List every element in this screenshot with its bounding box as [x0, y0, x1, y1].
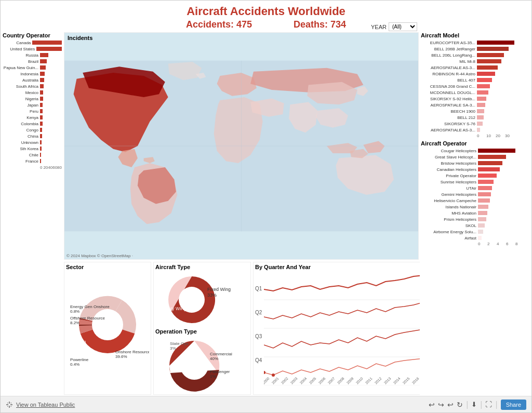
svg-text:40%: 40% [210, 356, 218, 361]
model-bar-row: BEECH 1900 [421, 108, 530, 114]
svg-text:0.4%: 0.4% [70, 362, 79, 367]
model-bar-label: BELL 212 [421, 115, 477, 120]
model-bar-label: AEROSPATIALE AS-3... [421, 65, 477, 70]
operator-bar-fill [478, 211, 487, 215]
fullscreen-button[interactable]: ⛶ [485, 401, 492, 408]
svg-text:2012: 2012 [374, 377, 382, 385]
year-filter[interactable]: YEAR (All) 2000200520102015 [371, 22, 417, 31]
operator-bar-row: SKOL [421, 222, 530, 229]
quarter-year-title: By Quarter And Year [255, 264, 420, 270]
svg-rect-55 [10, 404, 12, 405]
bar-label: Peru [3, 109, 40, 114]
operator-bar-fill [478, 167, 500, 171]
download-button[interactable]: ⬇ [471, 401, 477, 408]
operator-bar-fill [478, 217, 486, 221]
share-button[interactable]: Share [501, 399, 526, 410]
revert-button[interactable]: ↩ [447, 401, 454, 409]
model-bar-row: BELL 212 [421, 114, 530, 121]
bar-fill [40, 128, 42, 132]
year-label: YEAR [371, 24, 387, 30]
bar-fill [40, 115, 43, 119]
model-bar-label: BELL 407 [421, 78, 477, 83]
operator-bar-fill [478, 223, 485, 228]
operator-bar-label: Great Slave Helicopt... [421, 155, 478, 159]
svg-rect-53 [9, 406, 10, 408]
footer-controls[interactable]: ↩ ↪ ↩ ↻ | ⬇ | ⛶ | Share [429, 399, 526, 410]
country-bar-row: Peru [3, 108, 62, 114]
country-bar-row: Brazil [3, 58, 62, 64]
svg-text:2013: 2013 [383, 377, 392, 385]
bar-fill [40, 109, 43, 113]
model-bar-row: AEROSPATIALE AS-3... [421, 64, 530, 71]
bar-fill [40, 59, 47, 63]
svg-text:2001: 2001 [271, 377, 280, 385]
country-bar-row: Colombia [3, 121, 62, 127]
bar-label: South Africa [3, 84, 40, 89]
svg-text:2002: 2002 [281, 377, 289, 385]
model-bar-row: BELL 407 [421, 77, 530, 83]
tableau-link[interactable]: View on Tableau Public [6, 401, 75, 408]
operator-bar-label: Prism Helicopters [421, 217, 478, 222]
bar-fill [40, 140, 42, 144]
country-bar-row: Mexico [3, 89, 62, 96]
operator-bar-label: Airfast [421, 236, 478, 241]
operator-bar-label: Gemini Helicopters [421, 192, 478, 197]
model-bar-fill [477, 78, 492, 82]
undo-button[interactable]: ↩ [429, 401, 435, 409]
country-bar-row: Australia [3, 77, 62, 83]
svg-text:2009: 2009 [346, 377, 354, 385]
operator-bar-label: Bristow Helicopters [421, 161, 478, 166]
operator-bar-row: Great Slave Helicopt... [421, 154, 530, 160]
model-bar-row: MCDONNELL DOUGL... [421, 89, 530, 96]
refresh-button[interactable]: ↻ [457, 401, 463, 409]
operator-bar-label: Airborne Energy Solu... [421, 230, 478, 234]
country-bar-row: Indonesia [3, 71, 62, 77]
aircraft-type-panel: Aircraft Type Fixed Wing [153, 262, 251, 395]
tableau-label[interactable]: View on Tableau Public [16, 402, 75, 408]
svg-point-33 [272, 374, 275, 377]
operator-bar-row: Airfast [421, 235, 530, 241]
aircraft-type-title: Aircraft Type [155, 264, 249, 270]
operator-bar-label: SKOL [421, 223, 478, 228]
model-bar-row: BELL 206B JetRanger [421, 46, 530, 52]
country-bar-row: Japan [3, 102, 62, 108]
model-bar-fill [477, 122, 483, 126]
bar-fill [40, 153, 41, 157]
svg-text:Onshore Resource: Onshore Resource [115, 350, 149, 354]
operator-bar-fill [478, 180, 494, 184]
model-axis: 0 10 20 30 [477, 134, 530, 138]
divider: | [466, 400, 468, 409]
aircraft-model-bars: EUROCOPTER AS-35...BELL 206B JetRangerBE… [421, 39, 530, 133]
svg-text:Fixed Wing: Fixed Wing [207, 287, 231, 292]
svg-text:Energy Gen Onshore: Energy Gen Onshore [70, 304, 110, 309]
bar-label: Brazil [3, 59, 40, 64]
svg-text:0.8%: 0.8% [70, 309, 79, 314]
year-select[interactable]: (All) 2000200520102015 [389, 22, 417, 31]
model-bar-row: AEROSPATIALE SA-3... [421, 102, 530, 108]
model-bar-label: MIL Mi-8 [421, 59, 477, 64]
bar-label: Mexico [3, 90, 40, 95]
svg-text:Unknown: Unknown [69, 339, 86, 344]
map-credit: © 2024 Mapbox © OpenStreetMap · [66, 254, 133, 258]
svg-text:2005: 2005 [309, 377, 317, 385]
page-title: Aircraft Accidents Worldwide [1, 5, 531, 18]
country-operator-panel: Country Operator CanadaUnited StatesRuss… [1, 31, 63, 396]
sector-donut: Energy Gen Onshore 0.8% Offshore Resourc… [66, 271, 149, 375]
operator-bar-fill [478, 161, 502, 165]
redo-button[interactable]: ↪ [438, 401, 444, 409]
operator-bar-fill [478, 155, 506, 159]
operator-bar-label: Islands Nationair [421, 205, 478, 209]
country-bar-row: Unknown [3, 139, 62, 145]
map-section: Incidents [64, 32, 419, 260]
operator-bar-row: Private Operator [421, 172, 530, 179]
svg-text:2008: 2008 [337, 377, 345, 385]
svg-text:2015: 2015 [402, 377, 410, 385]
bar-fill [40, 84, 44, 88]
bar-label: Kenya [3, 115, 40, 120]
model-bar-label: SIKORSKY S-92 Helib... [421, 97, 477, 101]
operator-bar-label: MHS Aviation [421, 211, 478, 216]
model-bar-fill [477, 53, 504, 57]
deaths-stat: Deaths: 734 [294, 19, 346, 30]
bar-fill [40, 159, 41, 163]
svg-text:3%: 3% [170, 346, 176, 351]
